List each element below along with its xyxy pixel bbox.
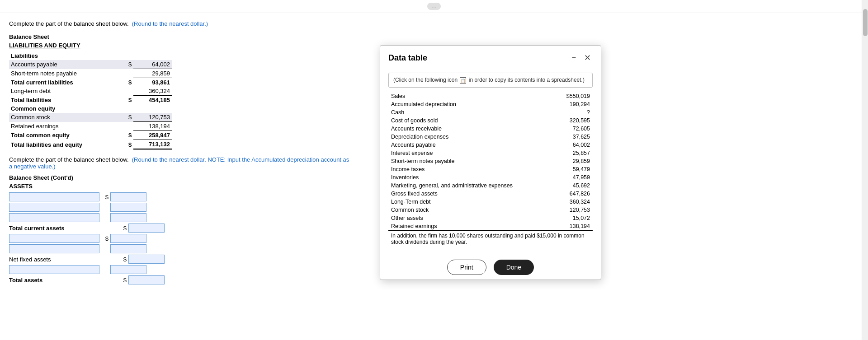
common-equity-label: Common equity	[9, 104, 124, 113]
scrollbar[interactable]	[862, 0, 868, 293]
asset-value-input-1[interactable]	[110, 192, 146, 201]
total-assets-label: Total assets	[9, 277, 118, 284]
net-fixed-assets-input[interactable]	[128, 255, 165, 264]
total-current-liabilities-row: Total current liabilities $ 93,861	[9, 78, 172, 87]
data-row-label: Common stock	[388, 206, 521, 214]
asset-label-input-5[interactable]	[9, 234, 99, 243]
retained-earnings-label: Retained earnings	[9, 122, 124, 131]
data-row-value: 47,959	[521, 173, 593, 182]
total-liabilities-label: Total liabilities	[9, 96, 124, 105]
data-row-label: Accounts receivable	[388, 125, 521, 133]
data-row-label: Other assets	[388, 214, 521, 222]
data-row-label: Accumulated depreciation	[388, 100, 521, 108]
assets-subtitle: ASSETS	[9, 183, 353, 190]
data-row-label: Retained earnings	[388, 222, 521, 231]
data-row-value: ?	[521, 108, 593, 116]
table-row: Long-Term debt 360,324	[388, 198, 593, 206]
asset-label-input-1[interactable]	[9, 192, 99, 201]
liabilities-table: Liabilities Accounts payable $ 64,002 Sh…	[9, 51, 172, 150]
data-row-value: 45,692	[521, 182, 593, 190]
asset-label-input-6[interactable]	[9, 244, 99, 253]
top-bar-dots: ...	[427, 3, 440, 10]
total-liabilities-row: Total liabilities $ 454,185	[9, 96, 172, 105]
table-row: Accumulated depreciation 190,294	[388, 100, 593, 108]
modal-minimize-button[interactable]: −	[570, 53, 578, 63]
data-row-label: Interest expense	[388, 149, 521, 157]
copy-icon: 📋	[460, 77, 466, 84]
total-assets-input[interactable]	[128, 275, 165, 284]
data-row-value: 138,194	[521, 222, 593, 231]
data-row-label: Income taxes	[388, 165, 521, 173]
data-row-value: 320,595	[521, 116, 593, 125]
asset-label-input-2[interactable]	[9, 203, 99, 212]
table-row: Interest expense 25,857	[388, 149, 593, 157]
liabilities-header-label: Liabilities	[9, 51, 124, 60]
modal-title: Data table	[388, 53, 427, 63]
retained-earnings-value: 138,194	[133, 122, 172, 131]
modal-body: (Click on the following icon 📋 in order …	[380, 68, 601, 253]
assets-row-2	[9, 203, 353, 212]
table-row: Accounts payable 64,002	[388, 141, 593, 149]
total-current-assets-label: Total current assets	[9, 225, 118, 232]
table-row: Depreciation expenses 37,625	[388, 133, 593, 141]
data-row-label: Inventories	[388, 173, 521, 182]
table-row: Retained earnings 138,194	[388, 222, 593, 231]
assets-section: Balance Sheet (Cont'd) ASSETS $ Total cu…	[9, 174, 353, 284]
net-fixed-assets-label: Net fixed assets	[9, 256, 118, 263]
data-table: Sales $550,019 Accumulated depreciation …	[388, 92, 593, 246]
liabilities-header-row: Liabilities	[9, 51, 172, 60]
data-row-value: 190,294	[521, 100, 593, 108]
data-row-label: Cash	[388, 108, 521, 116]
done-button[interactable]: Done	[494, 260, 534, 275]
main-content: Complete the part of the balance sheet b…	[0, 13, 362, 293]
long-term-debt-value: 360,324	[133, 87, 172, 96]
asset-label-input-3[interactable]	[9, 213, 99, 222]
data-row-value: $550,019	[521, 92, 593, 100]
data-row-value: 15,072	[521, 214, 593, 222]
total-liabilities-equity-label: Total liabilities and equity	[9, 140, 124, 149]
total-common-equity-row: Total common equity $ 258,947	[9, 131, 172, 140]
data-row-label: Depreciation expenses	[388, 133, 521, 141]
data-row-label: Accounts payable	[388, 141, 521, 149]
asset-value-input-2[interactable]	[110, 203, 146, 212]
assets-row-8	[9, 265, 353, 274]
data-row-value: 64,002	[521, 141, 593, 149]
balance-sheet-title: Balance Sheet	[9, 33, 353, 40]
balance-sheet-section1: Balance Sheet LIABILITIES AND EQUITY Lia…	[9, 33, 353, 150]
total-liabilities-equity-row: Total liabilities and equity $ 713,132	[9, 140, 172, 149]
asset-value-input-8[interactable]	[110, 265, 146, 274]
asset-value-input-5[interactable]	[110, 234, 146, 243]
balance-sheet-contd-title: Balance Sheet (Cont'd)	[9, 174, 353, 181]
modal-close-button[interactable]: ✕	[582, 52, 593, 64]
modal-instruction-box: (Click on the following icon 📋 in order …	[388, 73, 593, 88]
accounts-payable-label: Accounts payable	[9, 60, 124, 69]
long-term-debt-label: Long-term debt	[9, 87, 124, 96]
modal-instruction-mid: in order to copy its contents into a spr…	[469, 77, 585, 83]
table-row: Income taxes 59,479	[388, 165, 593, 173]
total-assets-row: Total assets $	[9, 275, 353, 284]
short-term-notes-value: 29,859	[133, 69, 172, 78]
total-current-assets-input[interactable]	[128, 224, 165, 233]
total-current-assets-row: Total current assets $	[9, 224, 353, 233]
table-row: Other assets 15,072	[388, 214, 593, 222]
total-current-liabilities-label: Total current liabilities	[9, 78, 124, 87]
asset-value-input-3[interactable]	[110, 213, 146, 222]
total-current-liabilities-value: 93,861	[133, 78, 172, 87]
modal-footer: Print Done	[380, 253, 601, 279]
asset-value-input-6[interactable]	[110, 244, 146, 253]
table-row: Gross fixed assets 647,826	[388, 190, 593, 198]
data-row-value: 72,605	[521, 125, 593, 133]
data-footnote: In addition, the firm has 10,000 shares …	[388, 230, 593, 246]
instruction-part1: Complete the part of the balance sheet b…	[9, 20, 353, 27]
total-liabilities-value: 454,185	[133, 96, 172, 105]
data-row-value: 647,826	[521, 190, 593, 198]
common-stock-label: Common stock	[9, 113, 124, 122]
asset-label-input-8[interactable]	[9, 265, 99, 274]
table-row: Accounts payable $ 64,002	[9, 60, 172, 69]
data-row-label: Cost of goods sold	[388, 116, 521, 125]
data-row-value: 120,753	[521, 206, 593, 214]
data-row-value: 37,625	[521, 133, 593, 141]
scrollbar-thumb[interactable]	[863, 9, 868, 36]
table-footnote-row: In addition, the firm has 10,000 shares …	[388, 230, 593, 246]
print-button[interactable]: Print	[447, 260, 486, 275]
